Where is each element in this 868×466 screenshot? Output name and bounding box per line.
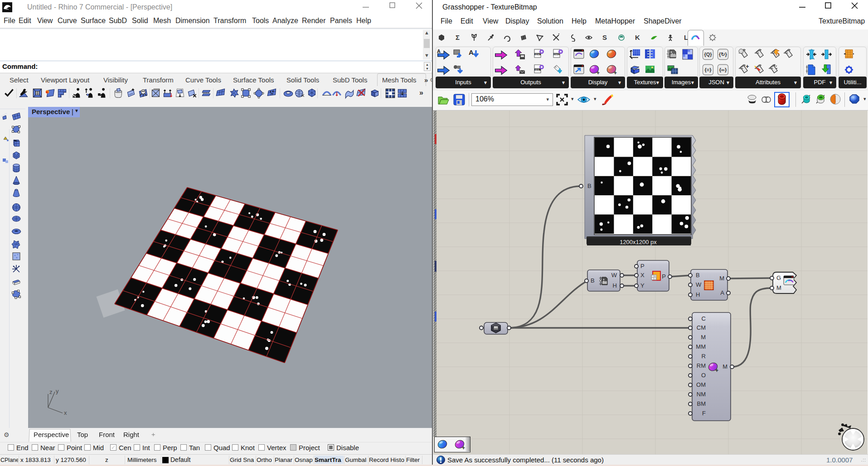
svg-text:A: A xyxy=(437,48,441,54)
svg-text:3DM: 3DM xyxy=(535,53,540,56)
svg-text:+: + xyxy=(596,70,600,76)
svg-text:y: y xyxy=(56,389,59,394)
svg-text:{≡}: {≡} xyxy=(705,67,712,72)
svg-text:A: A xyxy=(469,48,474,56)
svg-text:z: z xyxy=(49,389,53,395)
svg-text:3DS: 3DS xyxy=(535,68,539,71)
svg-text:Σ: Σ xyxy=(456,34,460,41)
svg-text:{Q}: {Q} xyxy=(704,52,712,57)
svg-text:+: + xyxy=(715,367,718,374)
svg-text:K: K xyxy=(635,34,640,41)
svg-text:S: S xyxy=(602,34,607,41)
svg-text:{↻}: {↻} xyxy=(719,52,727,57)
svg-text:+: + xyxy=(462,445,465,451)
svg-text:+: + xyxy=(614,70,617,76)
svg-text:DWG: DWG xyxy=(554,53,559,56)
svg-text:+: + xyxy=(746,64,749,70)
svg-text:x: x xyxy=(64,409,67,416)
svg-text:{∞}: {∞} xyxy=(719,67,727,72)
